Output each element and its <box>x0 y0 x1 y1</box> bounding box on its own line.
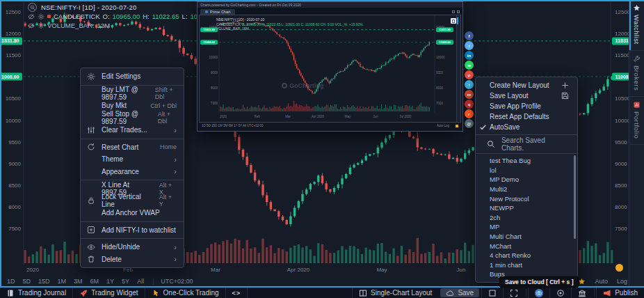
pointer-icon <box>152 289 160 297</box>
context-menu-item-theme[interactable]: Theme› <box>81 153 184 166</box>
svg-text:11008.60: 11008.60 <box>439 40 451 44</box>
timeframe-3m[interactable]: 3M <box>74 278 83 285</box>
layout-menu: Create New LayoutSave LayoutSave App Pro… <box>475 77 578 283</box>
saved-chart-mp-demo[interactable]: MP Demo <box>476 175 577 185</box>
share-twitter-button[interactable]: t <box>465 41 474 50</box>
panel-tab-portfolio[interactable]: Portfolio <box>629 97 644 145</box>
context-menu-item-reset-chart[interactable]: Reset ChartHome <box>81 141 184 154</box>
saved-chart-mp[interactable]: MP <box>476 222 577 232</box>
share-gmail-button[interactable]: m <box>465 90 474 99</box>
footer-button-bank[interactable] <box>571 288 593 298</box>
submenu-arrow-icon: › <box>168 155 177 164</box>
svg-text:Jun: Jun <box>373 115 378 118</box>
panel-tab-brokers[interactable]: Brokers <box>629 51 644 97</box>
share-linkedin-button[interactable]: in <box>465 51 474 60</box>
context-menu-item-sell-stop-9897-59[interactable]: Sell Stop @ 9897.59Alt + Dbl <box>81 112 184 125</box>
saved-chart-4-chart-renko[interactable]: 4 chart Renko <box>476 251 577 260</box>
selection-edge-top <box>0 0 644 1</box>
search-saved-charts[interactable]: Search Saved Charts. <box>476 137 577 151</box>
footer-button-trading-journal[interactable]: Trading Journal <box>0 288 73 298</box>
share-pinterest-button[interactable]: p <box>465 70 474 79</box>
share-popup-tabbar: Prime Chart <box>198 8 462 15</box>
scale-mode-log[interactable]: Log <box>617 278 627 285</box>
timeframe-1y[interactable]: 1Y <box>106 278 114 285</box>
layout-menu-item-save-layout[interactable]: Save Layout <box>476 91 577 101</box>
context-menu-item-add-anchor-vwap[interactable]: Add Anchor VWAP <box>81 207 184 219</box>
tab-prime-chart[interactable]: Prime Chart <box>200 9 235 15</box>
svg-text:8000: 8000 <box>436 86 444 90</box>
notification-dot[interactable] <box>615 264 623 272</box>
svg-text:11500: 11500 <box>6 52 21 58</box>
context-menu-item-buy-lmt-9897-59[interactable]: Buy LMT @ 9897.59Shift + Dbl <box>81 88 184 100</box>
svg-text:8500: 8500 <box>8 182 21 189</box>
svg-text:11831.80: 11831.80 <box>0 38 19 43</box>
footer-button-trading-widget[interactable]: Trading Widget <box>73 288 145 298</box>
layout-menu-item-autosave[interactable]: AutoSave <box>476 122 577 132</box>
footer-button-camera[interactable] <box>528 288 549 298</box>
rocket-icon <box>79 289 88 297</box>
timeframe-5d[interactable]: 5D <box>23 278 31 285</box>
context-menu-item-appearance[interactable]: Appearance› <box>81 166 184 178</box>
timeframe-6m[interactable]: 6M <box>90 278 99 285</box>
svg-text:2020: 2020 <box>220 115 227 118</box>
saved-chart-multi2[interactable]: Multi2 <box>476 185 577 194</box>
volume-settings-icon[interactable] <box>38 22 45 29</box>
submenu-arrow-icon: › <box>168 167 177 175</box>
saved-chart-new-protocol[interactable]: New Protocol <box>476 194 577 203</box>
share-facebook-button[interactable]: f <box>465 31 474 40</box>
saved-chart-mchart[interactable]: MChart <box>476 241 577 251</box>
context-menu-item-add-nifty-i-to-watchlist[interactable]: Add NIFTY-I to watchlist <box>81 224 184 237</box>
share-reddit-button[interactable]: r <box>465 109 474 118</box>
timezone-label[interactable]: UTC+02:00 <box>161 278 193 285</box>
panel-tab-watchlist[interactable]: Watchlist <box>629 0 644 51</box>
copy-chart-icon[interactable] <box>451 18 456 24</box>
svg-text:Apr 2020: Apr 2020 <box>287 267 310 273</box>
svg-text:10000: 10000 <box>436 56 445 59</box>
context-menu-item-edit-settings[interactable]: Edit Settings <box>81 70 184 83</box>
share-quora-button[interactable]: q <box>465 100 474 109</box>
saved-chart-2ch[interactable]: 2ch <box>476 213 577 223</box>
series-settings-icon[interactable] <box>38 13 45 20</box>
star-icon[interactable] <box>578 278 586 285</box>
footer-button-single-chart-layout[interactable]: Single-Chart Layout <box>352 288 438 298</box>
search-icon <box>487 140 495 148</box>
footer-button-target[interactable] <box>549 288 571 298</box>
timeframe-all[interactable]: All <box>137 278 144 285</box>
zoom-out-icon[interactable] <box>28 3 37 12</box>
menu-separator <box>81 238 184 239</box>
menu-scrollbar[interactable] <box>574 155 576 239</box>
footer-button-one-click-trading[interactable]: One-Click Trading <box>145 288 226 298</box>
timeframe-1m[interactable]: 1M <box>58 278 67 285</box>
footer-button-save[interactable]: Save <box>440 288 479 297</box>
context-menu-item-delete[interactable]: Delete› <box>81 253 184 266</box>
context-menu-item-lock-vertical-line[interactable]: Lock Vertical LineAlt + Y <box>81 195 184 207</box>
share-email-button[interactable]: @ <box>465 119 474 128</box>
layout-menu-item-create-new-layout[interactable]: Create New Layout <box>476 80 577 91</box>
saved-chart-newpp[interactable]: NEWPP <box>476 203 577 213</box>
timeframe-1d[interactable]: 1D <box>7 278 15 285</box>
saved-chart-1-min-chart[interactable]: 1 min chart <box>476 260 577 270</box>
context-menu-item-hide-unhide[interactable]: Hide/Unhide› <box>81 241 184 253</box>
footer-button-square[interactable] <box>481 288 503 298</box>
layout-menu-item-save-app-profile[interactable]: Save App Profile <box>476 101 577 111</box>
wrench-icon <box>633 55 641 63</box>
saved-chart-multi-chart[interactable]: Multi Chart <box>476 232 577 242</box>
footer-button-expand[interactable] <box>503 288 524 298</box>
hide-series-icon[interactable] <box>28 13 35 20</box>
timeframe-5y[interactable]: 5Y <box>122 278 129 285</box>
scale-mode-auto[interactable]: Auto <box>595 278 608 285</box>
footer-button-code[interactable]: <> <box>226 288 248 298</box>
timeframe-15d[interactable]: 15D <box>38 278 50 285</box>
footer-button-publish[interactable]: Publish <box>596 288 644 298</box>
svg-text:8000: 8000 <box>8 204 21 210</box>
saved-chart-lol[interactable]: lol <box>476 166 577 175</box>
share-whatsapp-button[interactable]: w <box>465 61 474 70</box>
saved-chart-test-thea-bug[interactable]: test Thea Bug <box>476 156 577 166</box>
svg-text:11831.80: 11831.80 <box>203 28 215 31</box>
layout-menu-item-reset-app-defaults[interactable]: Reset App Defaults <box>476 111 577 122</box>
tab-icon <box>205 10 208 13</box>
share-telegram-button[interactable]: t <box>465 80 474 89</box>
mini-candlestick-chart[interactable]: 1200012000110001100010000100009000900080… <box>200 15 460 125</box>
hide-volume-icon[interactable] <box>28 22 35 29</box>
context-menu-item-clear-trades[interactable]: Clear Trades...› <box>81 124 184 136</box>
